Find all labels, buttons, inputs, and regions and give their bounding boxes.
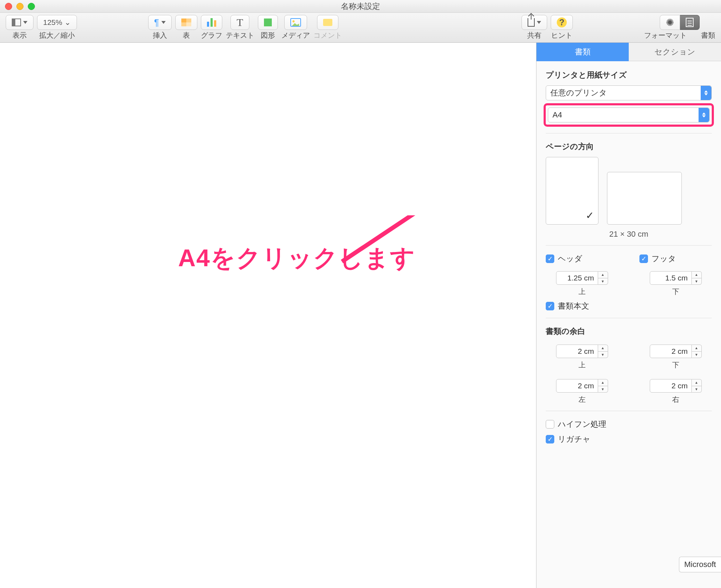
margins-section-title: 書類の余白: [546, 326, 712, 337]
document-label: 書類: [701, 31, 715, 40]
orientation-portrait-button[interactable]: ✓: [546, 157, 598, 225]
orientation-landscape-button[interactable]: [607, 172, 682, 225]
hint-icon: ?: [557, 17, 567, 27]
shape-label: 図形: [261, 31, 275, 40]
checkmark-icon: ✓: [586, 210, 594, 221]
view-label: 表示: [12, 31, 27, 40]
toolbar: 表示 125% ⌄ 拡大／縮小 ¶ 挿入 表 グラフ T テキスト 図形 メディ…: [0, 13, 721, 43]
inspector-sidebar: 書類 セクション プリンタと用紙サイズ 任意のプリンタ A4 ページの方向: [536, 43, 721, 588]
margin-right-stepper[interactable]: ▲▼: [692, 379, 702, 393]
annotation-highlight: A4: [544, 103, 714, 127]
table-button[interactable]: [175, 15, 197, 30]
footer-stepper[interactable]: ▲▼: [692, 271, 702, 285]
margin-right-input[interactable]: [650, 379, 692, 393]
hint-button[interactable]: ?: [551, 15, 573, 30]
format-label: フォーマット: [644, 31, 687, 40]
header-checkbox-label: ヘッダ: [558, 253, 582, 264]
header-offset-label: 上: [579, 287, 586, 296]
body-checkbox-label: 書類本文: [558, 301, 589, 311]
table-icon: [181, 19, 191, 26]
titlebar: 名称未設定: [0, 0, 721, 13]
select-arrows-icon: [701, 86, 711, 100]
view-button[interactable]: [6, 15, 33, 30]
header-offset-input[interactable]: [556, 271, 598, 285]
printer-section-title: プリンタと用紙サイズ: [546, 70, 712, 80]
header-stepper[interactable]: ▲▼: [598, 271, 608, 285]
text-label: テキスト: [226, 31, 254, 40]
shape-icon: [264, 19, 272, 26]
annotation-text: A4をクリックします: [178, 242, 416, 274]
chart-button[interactable]: [201, 15, 222, 30]
paper-dimensions: 21 × 30 cm: [546, 230, 712, 239]
minimize-window-button[interactable]: [16, 3, 24, 10]
printer-select[interactable]: 任意のプリンタ: [546, 85, 712, 100]
format-button[interactable]: ✺: [660, 15, 680, 30]
margin-left-stepper[interactable]: ▲▼: [598, 379, 608, 393]
tooltip-microsoft: Microsoft: [679, 557, 721, 572]
comment-label: コメント: [313, 31, 342, 40]
document-inspector-button[interactable]: [680, 15, 700, 30]
printer-select-value: 任意のプリンタ: [550, 88, 607, 98]
chart-icon: [207, 18, 216, 27]
paper-size-select[interactable]: A4: [548, 107, 710, 122]
hint-label: ヒント: [551, 31, 572, 40]
window-title: 名称未設定: [341, 1, 380, 12]
hyphen-checkbox[interactable]: [546, 420, 554, 429]
share-label: 共有: [527, 31, 541, 40]
footer-checkbox-label: フッタ: [652, 253, 676, 264]
margin-left-input[interactable]: [556, 379, 598, 393]
table-label: 表: [183, 31, 190, 40]
inspector-tabs: 書類 セクション: [536, 43, 721, 61]
brush-icon: ✺: [666, 17, 674, 28]
tab-section[interactable]: セクション: [629, 43, 721, 61]
window-controls: [5, 3, 35, 10]
comment-icon: [323, 19, 332, 26]
document-icon: [686, 18, 694, 27]
margin-right-label: 右: [672, 395, 679, 404]
tab-document[interactable]: 書類: [536, 43, 629, 61]
header-checkbox[interactable]: ✓: [546, 254, 554, 263]
hyphen-checkbox-label: ハイフン処理: [558, 419, 606, 430]
insert-button[interactable]: ¶: [148, 15, 172, 30]
text-button[interactable]: T: [230, 15, 249, 30]
margin-bottom-label: 下: [672, 360, 679, 370]
margin-top-input[interactable]: [556, 345, 598, 358]
zoom-label: 拡大／縮小: [39, 31, 75, 40]
paper-size-value: A4: [553, 110, 562, 120]
view-icon: [12, 19, 21, 26]
footer-checkbox[interactable]: ✓: [639, 254, 648, 263]
image-icon: [290, 18, 301, 27]
shape-button[interactable]: [258, 15, 278, 30]
main-area: 書類 セクション プリンタと用紙サイズ 任意のプリンタ A4 ページの方向: [0, 43, 721, 588]
margin-top-stepper[interactable]: ▲▼: [598, 345, 608, 358]
maximize-window-button[interactable]: [28, 3, 35, 10]
share-button[interactable]: [522, 15, 547, 30]
margin-bottom-stepper[interactable]: ▲▼: [692, 345, 702, 358]
comment-button[interactable]: [317, 15, 338, 30]
close-window-button[interactable]: [5, 3, 12, 10]
share-icon: [528, 18, 535, 27]
footer-offset-label: 下: [672, 287, 679, 296]
orientation-section-title: ページの方向: [546, 141, 712, 152]
body-checkbox[interactable]: ✓: [546, 302, 554, 310]
media-label: メディア: [281, 31, 310, 40]
insert-label: 挿入: [153, 31, 167, 40]
document-canvas[interactable]: [0, 43, 536, 588]
margin-bottom-input[interactable]: [650, 345, 692, 358]
select-arrows-icon: [699, 108, 709, 122]
zoom-button[interactable]: 125% ⌄: [37, 15, 77, 30]
footer-offset-input[interactable]: [650, 271, 692, 285]
margin-left-label: 左: [579, 395, 586, 404]
chart-label: グラフ: [201, 31, 222, 40]
ligature-checkbox-label: リガチャ: [558, 434, 591, 445]
ligature-checkbox[interactable]: ✓: [546, 435, 554, 443]
margin-top-label: 上: [579, 360, 586, 370]
media-button[interactable]: [284, 15, 307, 30]
